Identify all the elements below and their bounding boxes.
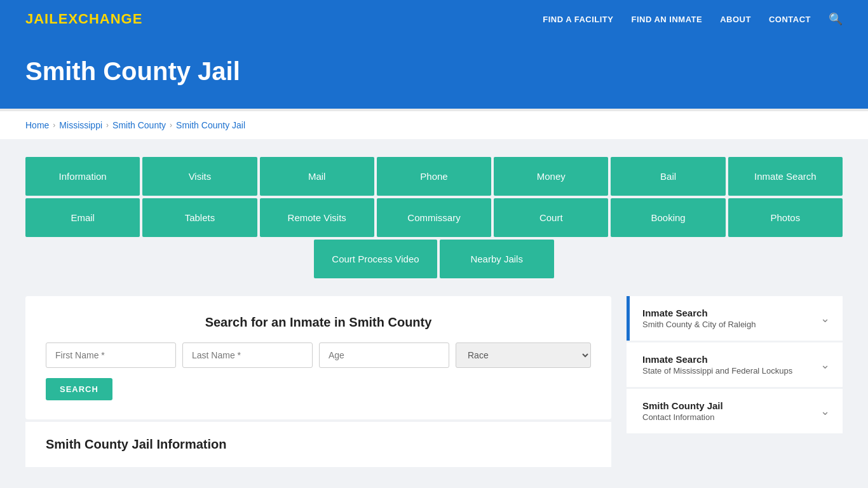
category-buttons-row3: Court Process VideoNearby Jails — [25, 240, 843, 278]
page-title: Smith County Jail — [25, 57, 843, 86]
category-btn-row2-5[interactable]: Booking — [611, 198, 725, 237]
sidebar-item-title-1: Inmate Search — [642, 308, 756, 318]
search-button[interactable]: SEARCH — [46, 378, 112, 400]
sidebar: Inmate Search Smith County & City of Ral… — [627, 296, 843, 435]
category-btn-row2-0[interactable]: Email — [25, 198, 140, 237]
category-btn-row1-3[interactable]: Phone — [377, 157, 491, 196]
info-title: Smith County Jail Information — [46, 437, 591, 452]
nav-find-facility[interactable]: FIND A FACILITY — [543, 15, 613, 24]
info-box: Smith County Jail Information — [25, 422, 611, 467]
logo-exchange-rest: XCHANGE — [68, 11, 142, 27]
category-buttons-row2: EmailTabletsRemote VisitsCommissaryCourt… — [25, 198, 843, 237]
category-btn-row1-4[interactable]: Money — [494, 157, 608, 196]
category-btn-row3-1[interactable]: Nearby Jails — [440, 240, 554, 278]
first-name-input[interactable] — [46, 342, 176, 368]
category-btn-row1-5[interactable]: Bail — [611, 157, 725, 196]
nav-about[interactable]: ABOUT — [720, 15, 751, 24]
hero-banner: Smith County Jail — [0, 38, 868, 109]
category-btn-row2-3[interactable]: Commissary — [377, 198, 491, 237]
sidebar-item-subtitle-3: Contact Information — [642, 412, 723, 422]
race-select[interactable]: RaceWhiteBlackHispanicAsianOther — [456, 342, 591, 368]
left-column: Search for an Inmate in Smith County Rac… — [25, 296, 611, 467]
main-content: InformationVisitsMailPhoneMoneyBailInmat… — [0, 139, 868, 488]
sidebar-item-title-2: Inmate Search — [642, 354, 792, 365]
breadcrumb-sep-3: › — [170, 121, 172, 130]
last-name-input[interactable] — [182, 342, 313, 368]
logo-jail: JAIL — [25, 11, 58, 27]
breadcrumb-jail[interactable]: Smith County Jail — [176, 120, 245, 130]
chevron-down-icon-3: ⌄ — [820, 404, 830, 418]
sidebar-item-title-3: Smith County Jail — [642, 400, 723, 411]
nav-find-inmate[interactable]: FIND AN INMATE — [631, 15, 702, 24]
sidebar-item-subtitle-1: Smith County & City of Raleigh — [642, 320, 756, 329]
chevron-down-icon-1: ⌄ — [820, 311, 830, 325]
breadcrumb: Home › Mississippi › Smith County › Smit… — [0, 111, 868, 139]
inmate-search-box: Search for an Inmate in Smith County Rac… — [25, 296, 611, 419]
age-input[interactable] — [319, 342, 449, 368]
search-icon[interactable]: 🔍 — [829, 12, 843, 26]
breadcrumb-county[interactable]: Smith County — [112, 120, 166, 130]
breadcrumb-state[interactable]: Mississippi — [59, 120, 102, 130]
sidebar-item-inmate-search-local[interactable]: Inmate Search Smith County & City of Ral… — [627, 296, 843, 341]
content-row: Search for an Inmate in Smith County Rac… — [25, 296, 843, 467]
category-btn-row2-6[interactable]: Photos — [728, 198, 843, 237]
category-btn-row1-0[interactable]: Information — [25, 157, 140, 196]
main-nav: FIND A FACILITY FIND AN INMATE ABOUT CON… — [543, 12, 843, 26]
breadcrumb-sep-2: › — [106, 121, 109, 130]
search-fields: RaceWhiteBlackHispanicAsianOther — [46, 342, 591, 368]
breadcrumb-home[interactable]: Home — [25, 120, 49, 130]
category-buttons-row1: InformationVisitsMailPhoneMoneyBailInmat… — [25, 157, 843, 196]
sidebar-item-subtitle-2: State of Mississippi and Federal Lockups — [642, 366, 792, 376]
header: JAILEXCHANGE FIND A FACILITY FIND AN INM… — [0, 0, 868, 38]
category-btn-row2-2[interactable]: Remote Visits — [260, 198, 374, 237]
chevron-down-icon-2: ⌄ — [820, 358, 830, 372]
search-title: Search for an Inmate in Smith County — [46, 315, 591, 330]
logo[interactable]: JAILEXCHANGE — [25, 11, 142, 27]
sidebar-item-inmate-search-state[interactable]: Inmate Search State of Mississippi and F… — [627, 342, 843, 387]
category-btn-row2-4[interactable]: Court — [494, 198, 608, 237]
logo-exchange-highlight: E — [58, 11, 69, 27]
category-btn-row1-2[interactable]: Mail — [260, 157, 374, 196]
sidebar-item-contact-info[interactable]: Smith County Jail Contact Information ⌄ — [627, 389, 843, 433]
category-btn-row2-1[interactable]: Tablets — [142, 198, 257, 237]
category-btn-row1-1[interactable]: Visits — [142, 157, 257, 196]
category-btn-row1-6[interactable]: Inmate Search — [728, 157, 843, 196]
breadcrumb-sep-1: › — [53, 121, 55, 130]
nav-contact[interactable]: CONTACT — [769, 15, 811, 24]
category-btn-row3-0[interactable]: Court Process Video — [314, 240, 437, 278]
